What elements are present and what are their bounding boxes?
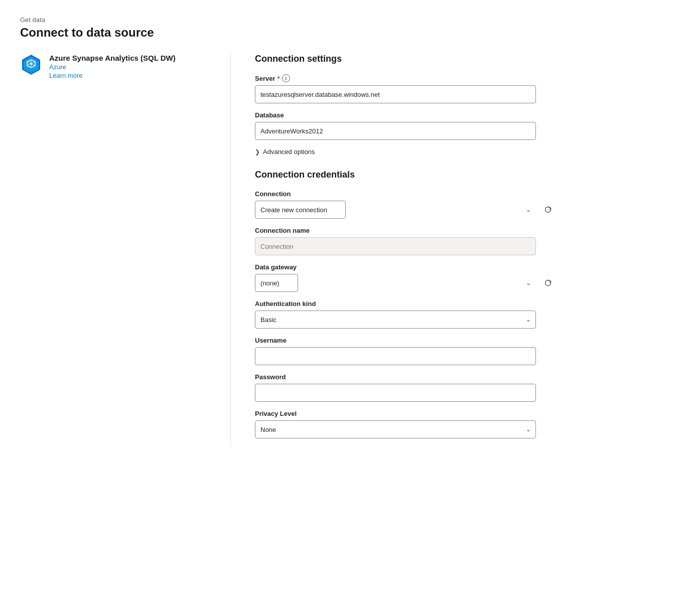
connection-settings-title: Connection settings <box>255 54 666 64</box>
gateway-refresh-icon <box>544 279 552 287</box>
connection-select[interactable]: Create new connection <box>255 201 346 219</box>
connection-field-group: Connection Create new connection ⌄ <box>255 190 666 219</box>
password-field-group: Password <box>255 373 666 402</box>
connector-name: Azure Synapse Analytics (SQL DW) <box>49 54 176 62</box>
connection-chevron-icon: ⌄ <box>526 206 531 213</box>
server-info-icon[interactable]: i <box>282 74 290 82</box>
connection-name-field-group: Connection name <box>255 227 666 255</box>
username-field-group: Username <box>255 337 666 365</box>
advanced-options-toggle[interactable]: ❯ Advanced options <box>255 148 666 156</box>
page-header: Get data Connect to data source <box>20 16 666 40</box>
auth-kind-select[interactable]: Basic OAuth2 <box>255 311 536 329</box>
connection-refresh-button[interactable] <box>540 202 556 218</box>
database-label: Database <box>255 111 284 119</box>
right-panel: Connection settings Server * i Database … <box>231 54 666 446</box>
left-panel: Azure Synapse Analytics (SQL DW) Azure L… <box>20 54 231 446</box>
connector-category: Azure <box>49 63 176 71</box>
privacy-level-label: Privacy Level <box>255 410 297 417</box>
refresh-icon <box>544 206 552 214</box>
password-input[interactable] <box>255 384 536 402</box>
connector-icon <box>20 54 42 76</box>
auth-kind-field-group: Authentication kind Basic OAuth2 ⌄ <box>255 300 666 329</box>
data-gateway-refresh-button[interactable] <box>540 275 556 291</box>
data-gateway-label: Data gateway <box>255 263 297 271</box>
required-star: * <box>277 75 280 82</box>
server-label: Server <box>255 75 275 82</box>
auth-kind-label: Authentication kind <box>255 300 316 307</box>
get-data-label: Get data <box>20 16 666 24</box>
server-input[interactable] <box>255 85 536 103</box>
username-input[interactable] <box>255 347 536 365</box>
database-field-group: Database <box>255 111 666 140</box>
learn-more-link[interactable]: Learn more <box>49 72 176 79</box>
connection-name-input[interactable] <box>255 237 536 255</box>
svg-point-2 <box>30 63 32 65</box>
connection-label: Connection <box>255 190 291 198</box>
page-title: Connect to data source <box>20 26 666 40</box>
privacy-level-select[interactable]: None Public Organizational Private <box>255 420 536 438</box>
data-gateway-chevron-icon: ⌄ <box>526 279 531 286</box>
advanced-options-label: Advanced options <box>263 148 315 156</box>
credentials-section: Connection credentials Connection Create… <box>255 170 666 438</box>
database-input[interactable] <box>255 122 536 140</box>
server-field-group: Server * i <box>255 74 666 103</box>
connection-name-label: Connection name <box>255 227 310 234</box>
credentials-title: Connection credentials <box>255 170 666 180</box>
username-label: Username <box>255 337 287 344</box>
data-gateway-field-group: Data gateway (none) ⌄ <box>255 263 666 292</box>
password-label: Password <box>255 373 286 381</box>
chevron-right-icon: ❯ <box>255 148 260 156</box>
data-gateway-select[interactable]: (none) <box>255 274 298 292</box>
privacy-level-field-group: Privacy Level None Public Organizational… <box>255 410 666 438</box>
